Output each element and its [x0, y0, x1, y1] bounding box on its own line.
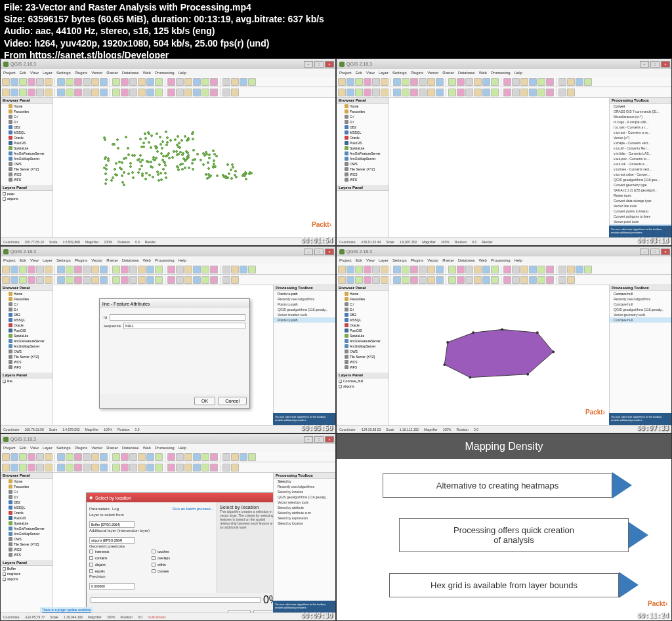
menu-vector[interactable]: Vector: [91, 446, 102, 450]
toolbar-icon[interactable]: [121, 276, 129, 284]
toolbar-icon[interactable]: [10, 464, 18, 471]
toolbar-icon[interactable]: [129, 78, 137, 86]
toolbar-icon[interactable]: [146, 89, 154, 96]
toolbar-icon[interactable]: [36, 453, 44, 461]
addl-layer-select[interactable]: [89, 537, 135, 544]
menu-plugins[interactable]: Plugins: [75, 258, 88, 262]
maximize-button[interactable]: □: [314, 61, 324, 68]
toolbar-icon[interactable]: [193, 266, 201, 273]
toolbar-icon[interactable]: [482, 266, 490, 273]
browser-item[interactable]: WCS: [337, 172, 388, 177]
toolbar-icon[interactable]: [74, 89, 82, 96]
layer-item[interactable]: line: [1, 378, 52, 384]
layer-checkbox[interactable]: [3, 567, 6, 571]
menu-raster[interactable]: Raster: [106, 258, 118, 262]
toolbar-icon[interactable]: [346, 78, 354, 86]
toolbar-icon[interactable]: [155, 464, 163, 471]
toolbar-icon[interactable]: [193, 276, 201, 284]
browser-item[interactable]: ArcGisMapServer: [1, 531, 52, 536]
menu-layer[interactable]: Layer: [43, 258, 52, 262]
toolbar-icon[interactable]: [2, 453, 10, 461]
toolbar-icon[interactable]: [121, 453, 129, 461]
toolbar-icon[interactable]: [57, 89, 65, 96]
toolbar-icon[interactable]: [121, 266, 129, 273]
browser-item[interactable]: MSSQL: [1, 130, 52, 135]
toolbar-icon[interactable]: [138, 266, 146, 273]
toolbar-icon[interactable]: [57, 78, 65, 86]
toolbar-icon[interactable]: [83, 453, 91, 461]
layer-checkbox[interactable]: [3, 572, 6, 576]
toolbar-icon[interactable]: [28, 276, 35, 284]
toolbar-icon[interactable]: [121, 78, 129, 86]
toolbar-icon[interactable]: [19, 89, 27, 96]
browser-item[interactable]: PostGIS: [1, 140, 52, 146]
menu-plugins[interactable]: Plugins: [75, 446, 88, 450]
browser-item[interactable]: DB2: [1, 500, 52, 505]
browser-item[interactable]: Oracle: [1, 323, 52, 328]
toolbar-icon[interactable]: [567, 266, 575, 273]
menu-settings[interactable]: Settings: [392, 71, 407, 75]
toolbar-icon[interactable]: [210, 464, 218, 471]
toolbar-icon[interactable]: [448, 266, 456, 273]
toolbar-icon[interactable]: [28, 266, 35, 273]
menu-vector[interactable]: Vector: [427, 71, 438, 75]
menu-processing[interactable]: Processing: [491, 71, 511, 75]
toolbar-icon[interactable]: [427, 78, 435, 86]
browser-item[interactable]: Oracle: [1, 510, 52, 515]
toolbar-icon[interactable]: [19, 464, 27, 471]
toolbar-icon[interactable]: [465, 78, 473, 86]
menu-web[interactable]: Web: [479, 258, 487, 262]
toolbar-icon[interactable]: [138, 453, 146, 461]
browser-item[interactable]: WCS: [1, 359, 52, 365]
menu-settings[interactable]: Settings: [56, 71, 71, 75]
toolbar-icon[interactable]: [74, 78, 82, 86]
menu-project[interactable]: Project: [339, 71, 352, 75]
toolbar-icon[interactable]: [83, 78, 91, 86]
toolbar-icon[interactable]: [210, 276, 218, 284]
toolbar-icon[interactable]: [410, 89, 418, 96]
toolbar-icon[interactable]: [91, 78, 99, 86]
toolbar-icon[interactable]: [465, 276, 473, 284]
toolbar-icon[interactable]: [512, 89, 520, 96]
toolbar-icon[interactable]: [155, 78, 163, 86]
toolbar-icon[interactable]: [210, 453, 218, 461]
toolbar-icon[interactable]: [91, 464, 99, 471]
toolbar-icon[interactable]: [45, 464, 52, 471]
toolbar-icon[interactable]: [167, 464, 175, 471]
toolbar-icon[interactable]: [201, 89, 209, 96]
toolbar-icon[interactable]: [83, 276, 91, 284]
maximize-button[interactable]: □: [650, 61, 660, 68]
toolbar-icon[interactable]: [10, 89, 18, 96]
toolbar-icon[interactable]: [381, 78, 388, 86]
toolbar-icon[interactable]: [558, 89, 566, 96]
browser-item[interactable]: ArcGisMapServer: [337, 156, 388, 161]
toolbar-icon[interactable]: [419, 89, 427, 96]
menu-vector[interactable]: Vector: [427, 258, 438, 262]
browser-item[interactable]: Home: [1, 291, 52, 296]
toolbar-icon[interactable]: [28, 89, 35, 96]
browser-item[interactable]: OWS: [1, 161, 52, 167]
menu-layer[interactable]: Layer: [379, 258, 388, 262]
browser-item[interactable]: DB2: [1, 125, 52, 130]
toolbar-icon[interactable]: [66, 453, 74, 461]
browser-item[interactable]: ArcGisMapServer: [1, 344, 52, 349]
browser-item[interactable]: Tile Server (XYZ): [337, 167, 388, 172]
toolbar-icon[interactable]: [19, 276, 27, 284]
toolbar-icon[interactable]: [129, 453, 137, 461]
toolbar-icon[interactable]: [537, 266, 545, 273]
toolbar-icon[interactable]: [66, 276, 74, 284]
toolbar-icon[interactable]: [201, 276, 209, 284]
toolbar-icon[interactable]: [520, 89, 528, 96]
layer-item[interactable]: Concave_hull: [337, 378, 388, 384]
toolbar-icon[interactable]: [176, 453, 184, 461]
toolbar-icon[interactable]: [364, 266, 371, 273]
browser-item[interactable]: Tile Server (XYZ): [337, 354, 388, 359]
id-input[interactable]: [110, 314, 245, 321]
toolbar-icon[interactable]: [410, 276, 418, 284]
menu-edit[interactable]: Edit: [356, 258, 362, 262]
toolbar-icon[interactable]: [210, 89, 218, 96]
toolbar-icon[interactable]: [19, 266, 27, 273]
toolbar-icon[interactable]: [2, 78, 10, 86]
map-canvas[interactable]: [389, 98, 609, 237]
toolbar-icon[interactable]: [419, 266, 427, 273]
